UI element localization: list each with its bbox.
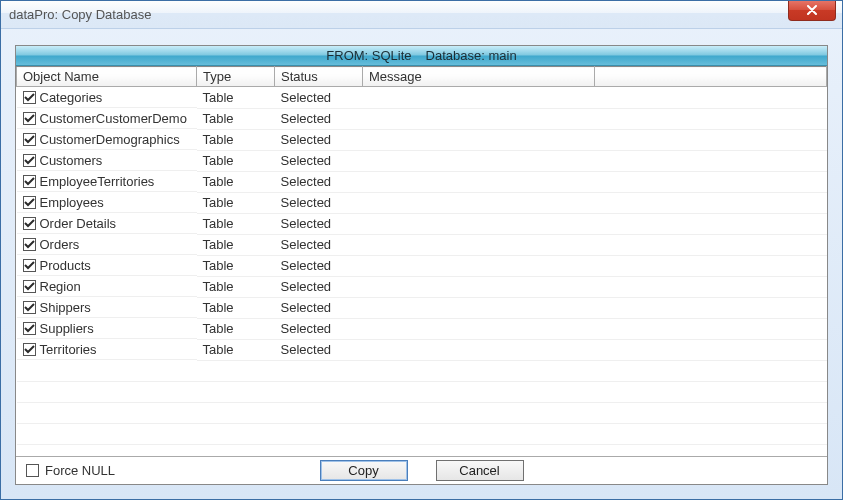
col-object-name[interactable]: Object Name: [17, 67, 197, 87]
objects-table: Object Name Type Status Message Categori…: [16, 66, 827, 445]
row-message: [363, 213, 595, 234]
row-type: Table: [197, 276, 275, 297]
cancel-button[interactable]: Cancel: [436, 460, 524, 481]
row-type: Table: [197, 318, 275, 339]
table-row-empty: [17, 423, 827, 444]
window: dataPro: Copy Database FROM: SQLite Data…: [0, 0, 843, 500]
row-status: Selected: [275, 234, 363, 255]
row-name: EmployeeTerritories: [40, 174, 155, 189]
row-status: Selected: [275, 87, 363, 109]
row-name: Customers: [40, 153, 103, 168]
row-checkbox[interactable]: [23, 301, 36, 314]
row-extra: [595, 297, 827, 318]
row-extra: [595, 129, 827, 150]
row-name: Categories: [40, 90, 103, 105]
row-name: Employees: [40, 195, 104, 210]
row-checkbox[interactable]: [23, 112, 36, 125]
table-row[interactable]: ProductsTableSelected: [17, 255, 827, 276]
row-message: [363, 297, 595, 318]
row-name: Territories: [40, 342, 97, 357]
row-name: Shippers: [40, 300, 91, 315]
row-type: Table: [197, 339, 275, 360]
row-extra: [595, 234, 827, 255]
row-type: Table: [197, 213, 275, 234]
row-checkbox[interactable]: [23, 154, 36, 167]
row-extra: [595, 213, 827, 234]
row-checkbox[interactable]: [23, 259, 36, 272]
copy-button[interactable]: Copy: [320, 460, 408, 481]
row-name: CustomerDemographics: [40, 132, 180, 147]
col-status[interactable]: Status: [275, 67, 363, 87]
row-message: [363, 108, 595, 129]
col-extra[interactable]: [595, 67, 827, 87]
window-title: dataPro: Copy Database: [9, 7, 151, 22]
col-message[interactable]: Message: [363, 67, 595, 87]
row-status: Selected: [275, 108, 363, 129]
row-type: Table: [197, 108, 275, 129]
row-status: Selected: [275, 150, 363, 171]
row-extra: [595, 318, 827, 339]
table-row[interactable]: RegionTableSelected: [17, 276, 827, 297]
row-message: [363, 276, 595, 297]
table-row[interactable]: SuppliersTableSelected: [17, 318, 827, 339]
row-type: Table: [197, 129, 275, 150]
row-message: [363, 255, 595, 276]
row-checkbox[interactable]: [23, 322, 36, 335]
row-checkbox[interactable]: [23, 133, 36, 146]
row-message: [363, 87, 595, 109]
from-bar: FROM: SQLite Database: main: [16, 46, 827, 66]
table-row[interactable]: ShippersTableSelected: [17, 297, 827, 318]
table-row[interactable]: CategoriesTableSelected: [17, 87, 827, 109]
row-type: Table: [197, 297, 275, 318]
table-row-empty: [17, 360, 827, 381]
row-name: Order Details: [40, 216, 117, 231]
row-checkbox[interactable]: [23, 175, 36, 188]
row-status: Selected: [275, 276, 363, 297]
database-label: Database: main: [426, 48, 517, 63]
from-label: FROM: SQLite: [326, 48, 411, 63]
table-row-empty: [17, 381, 827, 402]
row-status: Selected: [275, 129, 363, 150]
titlebar[interactable]: dataPro: Copy Database: [1, 1, 842, 29]
table-row[interactable]: Order DetailsTableSelected: [17, 213, 827, 234]
row-extra: [595, 171, 827, 192]
row-message: [363, 129, 595, 150]
table-row[interactable]: CustomersTableSelected: [17, 150, 827, 171]
close-icon: [806, 5, 818, 15]
col-type[interactable]: Type: [197, 67, 275, 87]
footer: Force NULL Copy Cancel: [16, 456, 827, 484]
table-header-row: Object Name Type Status Message: [17, 67, 827, 87]
row-checkbox[interactable]: [23, 280, 36, 293]
table-row[interactable]: EmployeeTerritoriesTableSelected: [17, 171, 827, 192]
table-row-empty: [17, 402, 827, 423]
row-type: Table: [197, 255, 275, 276]
row-message: [363, 171, 595, 192]
row-message: [363, 150, 595, 171]
row-message: [363, 318, 595, 339]
row-status: Selected: [275, 255, 363, 276]
table-row[interactable]: EmployeesTableSelected: [17, 192, 827, 213]
row-checkbox[interactable]: [23, 91, 36, 104]
table-row[interactable]: CustomerCustomerDemoTableSelected: [17, 108, 827, 129]
row-checkbox[interactable]: [23, 196, 36, 209]
table-row[interactable]: CustomerDemographicsTableSelected: [17, 129, 827, 150]
force-null-checkbox[interactable]: [26, 464, 39, 477]
row-message: [363, 339, 595, 360]
row-extra: [595, 150, 827, 171]
row-type: Table: [197, 171, 275, 192]
row-extra: [595, 339, 827, 360]
row-message: [363, 192, 595, 213]
row-extra: [595, 108, 827, 129]
row-checkbox[interactable]: [23, 238, 36, 251]
row-message: [363, 234, 595, 255]
row-status: Selected: [275, 171, 363, 192]
table-row[interactable]: OrdersTableSelected: [17, 234, 827, 255]
row-checkbox[interactable]: [23, 343, 36, 356]
row-extra: [595, 192, 827, 213]
force-null-label: Force NULL: [45, 463, 115, 478]
table-wrap: Object Name Type Status Message Categori…: [16, 66, 827, 456]
row-checkbox[interactable]: [23, 217, 36, 230]
table-row[interactable]: TerritoriesTableSelected: [17, 339, 827, 360]
row-status: Selected: [275, 192, 363, 213]
close-button[interactable]: [788, 1, 836, 21]
